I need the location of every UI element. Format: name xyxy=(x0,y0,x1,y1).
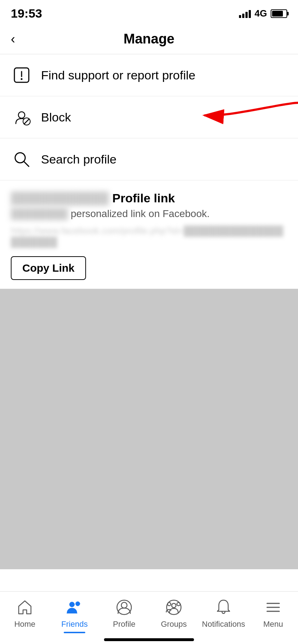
svg-point-2 xyxy=(21,78,23,80)
block-label: Block xyxy=(41,110,71,124)
svg-point-9 xyxy=(69,602,74,607)
nav-groups-label: Groups xyxy=(161,620,187,629)
menu-list: Find support or report profile Block xyxy=(0,54,298,180)
network-label: 4G xyxy=(254,8,267,19)
page-title: Manage xyxy=(123,31,174,47)
home-indicator xyxy=(104,638,194,641)
svg-point-15 xyxy=(177,603,180,606)
svg-point-10 xyxy=(76,602,80,606)
report-profile-item[interactable]: Find support or report profile xyxy=(0,54,298,96)
nav-menu[interactable]: Menu xyxy=(248,597,298,629)
menu-icon xyxy=(263,597,283,617)
search-icon xyxy=(11,148,32,170)
exclamation-box-icon xyxy=(11,64,32,86)
svg-point-12 xyxy=(121,602,127,608)
svg-line-8 xyxy=(24,161,29,166)
svg-point-3 xyxy=(18,112,25,118)
friends-icon xyxy=(64,597,85,617)
nav-active-indicator xyxy=(64,632,85,633)
status-icons: 4G xyxy=(239,8,287,19)
svg-point-14 xyxy=(172,603,176,608)
bell-icon xyxy=(213,597,234,617)
header: ‹ Manage xyxy=(0,24,298,54)
search-profile-label: Search profile xyxy=(41,152,117,166)
nav-profile-label: Profile xyxy=(113,620,135,629)
groups-icon xyxy=(164,597,184,617)
profile-link-sub: ████████ personalized link on Facebook. xyxy=(11,208,287,220)
svg-point-16 xyxy=(168,603,171,606)
signal-icon xyxy=(239,9,251,18)
nav-notifications[interactable]: Notifications xyxy=(199,597,248,629)
sub-text: personalized link on Facebook. xyxy=(71,208,209,219)
nav-friends-label: Friends xyxy=(61,620,87,629)
profile-icon xyxy=(114,597,134,617)
username-blurred: ████████████ xyxy=(11,192,109,205)
home-icon xyxy=(15,597,35,617)
status-time: 19:53 xyxy=(11,6,42,20)
nav-home[interactable]: Home xyxy=(0,597,50,629)
nav-notifications-label: Notifications xyxy=(202,620,245,629)
status-bar: 19:53 4G xyxy=(0,0,298,24)
bottom-nav: Home Friends Profile xyxy=(0,591,298,644)
block-user-icon xyxy=(11,106,32,128)
nav-home-label: Home xyxy=(14,620,36,629)
gray-content-area xyxy=(0,289,298,569)
nav-profile[interactable]: Profile xyxy=(99,597,149,629)
block-item[interactable]: Block xyxy=(0,96,298,138)
search-profile-item[interactable]: Search profile xyxy=(0,138,298,180)
profile-link-section: ████████████ Profile link ████████ perso… xyxy=(0,180,298,289)
profile-link-url: https://www.facebook.com/profile.php?id=… xyxy=(11,225,287,248)
sub-username-blur: ████████ xyxy=(11,208,68,220)
back-button[interactable]: ‹ xyxy=(11,32,15,47)
profile-link-title: Profile link xyxy=(112,191,175,205)
profile-link-header: ████████████ Profile link xyxy=(11,191,287,205)
battery-icon xyxy=(271,9,287,18)
red-arrow-annotation xyxy=(194,96,298,132)
report-profile-label: Find support or report profile xyxy=(41,68,195,82)
nav-groups[interactable]: Groups xyxy=(149,597,199,629)
copy-link-button[interactable]: Copy Link xyxy=(11,256,86,280)
nav-menu-label: Menu xyxy=(263,620,283,629)
nav-friends[interactable]: Friends xyxy=(50,597,99,633)
